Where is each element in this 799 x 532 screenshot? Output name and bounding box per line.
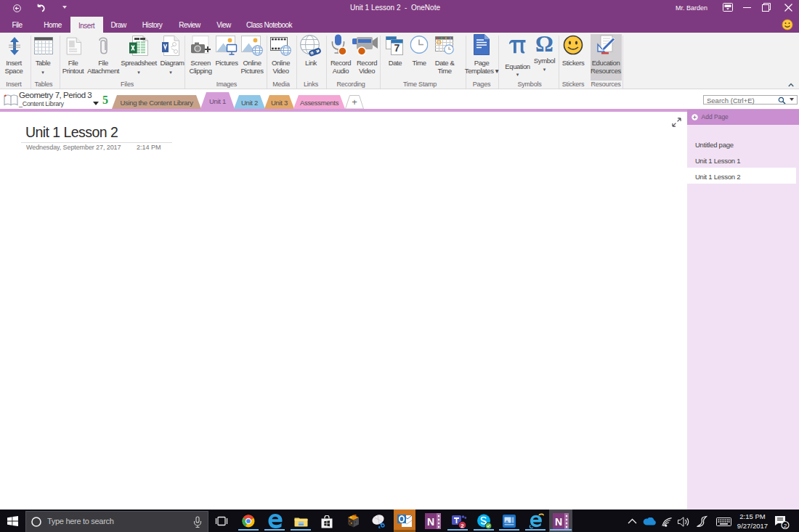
svg-text:N: N bbox=[427, 516, 434, 528]
svg-text:2: 2 bbox=[461, 523, 464, 529]
svg-text:N: N bbox=[555, 516, 562, 528]
svg-text:7: 7 bbox=[394, 42, 400, 54]
svg-text:2: 2 bbox=[784, 523, 787, 529]
